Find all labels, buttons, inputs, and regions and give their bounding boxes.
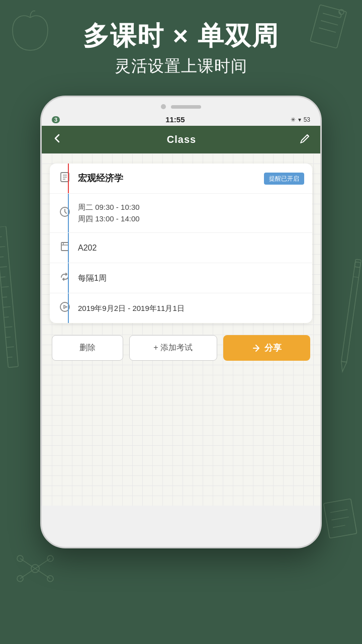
svg-line-34 bbox=[331, 517, 348, 520]
svg-line-11 bbox=[1, 287, 9, 287]
svg-rect-21 bbox=[354, 259, 361, 267]
date-range-content: 2019年9月2日 - 2019年11月1日 bbox=[78, 302, 304, 314]
class-name-content: 宏观经济学 提醒已开启 bbox=[78, 172, 304, 185]
svg-line-8 bbox=[0, 257, 4, 257]
status-indicator: 3 bbox=[52, 116, 60, 123]
red-accent bbox=[68, 164, 69, 193]
share-label: 分享 bbox=[264, 342, 282, 354]
header-section: 多课时 × 单双周 灵活设置上课时间 bbox=[0, 0, 362, 88]
svg-line-35 bbox=[333, 525, 345, 527]
interval-text: 每隔1周 bbox=[78, 274, 107, 282]
svg-point-25 bbox=[47, 555, 53, 561]
class-card: 宏观经济学 提醒已开启 周二 09:30 - 10:30 周四 13:00 - … bbox=[50, 164, 312, 323]
share-icon bbox=[251, 344, 260, 353]
blue-accent bbox=[68, 194, 69, 232]
phone-speaker bbox=[171, 105, 201, 109]
svg-line-17 bbox=[7, 347, 14, 347]
room-content: A202 bbox=[78, 242, 304, 254]
bottom-buttons: 删除 + 添加考试 分享 bbox=[50, 335, 312, 361]
phone-camera bbox=[161, 104, 166, 109]
svg-line-16 bbox=[6, 337, 11, 338]
phone-top-bar bbox=[42, 97, 320, 113]
class-name: 宏观经济学 bbox=[78, 172, 123, 185]
svg-point-26 bbox=[17, 576, 23, 582]
schedule-line2: 周四 13:00 - 14:00 bbox=[78, 213, 304, 225]
wifi-icon: ▾ bbox=[298, 116, 301, 123]
svg-line-18 bbox=[8, 357, 13, 358]
share-button[interactable]: 分享 bbox=[223, 335, 310, 361]
app-bar-title: Class bbox=[167, 134, 196, 145]
svg-line-30 bbox=[20, 569, 35, 579]
date-range-text: 2019年9月2日 - 2019年11月1日 bbox=[78, 304, 185, 312]
svg-rect-19 bbox=[341, 262, 361, 362]
svg-rect-41 bbox=[61, 243, 68, 251]
status-time: 11:55 bbox=[165, 115, 185, 124]
svg-line-31 bbox=[35, 569, 50, 579]
room-text: A202 bbox=[78, 244, 97, 252]
svg-line-13 bbox=[3, 307, 11, 307]
svg-line-7 bbox=[0, 247, 5, 247]
reminder-badge: 提醒已开启 bbox=[264, 173, 304, 185]
play-icon bbox=[58, 301, 72, 315]
sub-title: 灵活设置上课时间 bbox=[30, 55, 332, 77]
svg-line-29 bbox=[35, 558, 50, 569]
svg-rect-5 bbox=[0, 226, 18, 368]
svg-point-24 bbox=[17, 555, 23, 561]
svg-rect-32 bbox=[324, 499, 357, 538]
book-icon bbox=[58, 172, 72, 185]
app-bar: Class bbox=[42, 126, 320, 153]
interval-content: 每隔1周 bbox=[78, 272, 304, 284]
svg-line-15 bbox=[5, 327, 12, 327]
date-range-row: 2019年9月2日 - 2019年11月1日 bbox=[50, 293, 312, 323]
svg-marker-20 bbox=[340, 361, 347, 372]
schedule-row: 周二 09:30 - 10:30 周四 13:00 - 14:00 bbox=[50, 194, 312, 233]
interval-row: 每隔1周 bbox=[50, 263, 312, 293]
svg-line-14 bbox=[4, 317, 9, 317]
status-bar: 3 11:55 ✳ ▾ 53 bbox=[42, 113, 320, 126]
battery-level: 53 bbox=[304, 116, 310, 123]
svg-marker-45 bbox=[64, 305, 67, 308]
main-title: 多课时 × 单双周 bbox=[30, 20, 332, 51]
content-area: 宏观经济学 提醒已开启 周二 09:30 - 10:30 周四 13:00 - … bbox=[42, 153, 320, 506]
class-name-row: 宏观经济学 提醒已开启 bbox=[50, 164, 312, 194]
svg-point-23 bbox=[31, 565, 39, 573]
svg-line-10 bbox=[1, 277, 6, 277]
blue-accent-date bbox=[68, 293, 69, 323]
blue-accent-interval bbox=[68, 263, 69, 293]
location-icon bbox=[58, 241, 72, 255]
schedule-line1: 周二 09:30 - 10:30 bbox=[78, 202, 304, 213]
svg-line-6 bbox=[0, 236, 2, 237]
blue-accent-room bbox=[68, 233, 69, 263]
add-exam-button[interactable]: + 添加考试 bbox=[129, 335, 217, 361]
svg-line-12 bbox=[2, 297, 7, 297]
room-row: A202 bbox=[50, 233, 312, 263]
svg-line-33 bbox=[330, 510, 347, 513]
svg-point-27 bbox=[47, 576, 53, 582]
phone-mockup: 3 11:55 ✳ ▾ 53 Class bbox=[40, 96, 322, 548]
repeat-icon bbox=[58, 271, 72, 285]
svg-line-28 bbox=[20, 558, 35, 569]
svg-line-9 bbox=[0, 267, 7, 267]
svg-line-22 bbox=[353, 277, 358, 278]
back-button[interactable] bbox=[52, 133, 63, 146]
clock-icon bbox=[58, 206, 72, 220]
bluetooth-icon: ✳ bbox=[291, 116, 296, 123]
delete-button[interactable]: 删除 bbox=[52, 335, 123, 361]
edit-button[interactable] bbox=[300, 133, 310, 146]
schedule-content: 周二 09:30 - 10:30 周四 13:00 - 14:00 bbox=[78, 202, 304, 224]
status-right: ✳ ▾ 53 bbox=[291, 116, 310, 123]
